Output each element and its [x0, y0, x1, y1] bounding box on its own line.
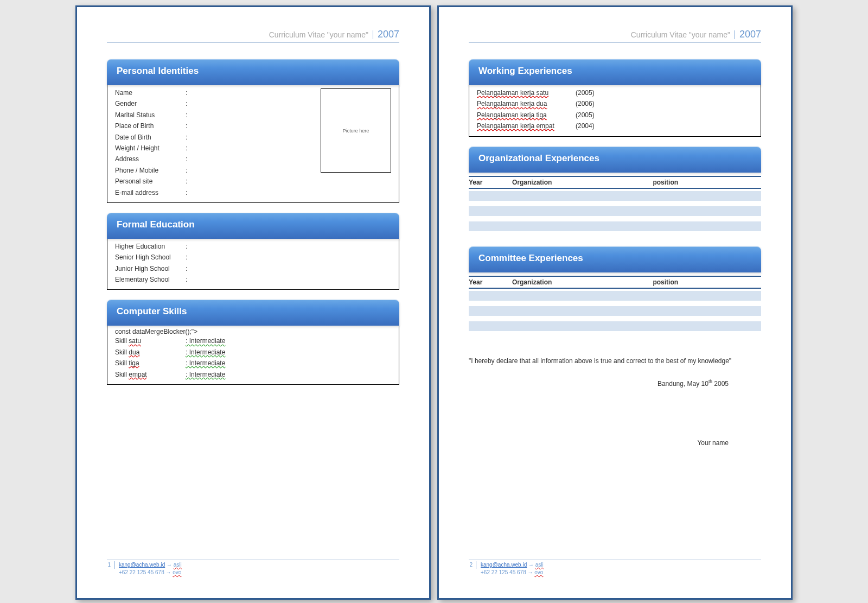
section-body-personal: Picture here Name: Gender: Marital Statu…: [107, 82, 399, 203]
skill-row: Skill satu : Intermediate: [115, 335, 391, 346]
field-row: Address:: [115, 154, 315, 164]
table-row: [469, 291, 761, 301]
work-row: Pelangalaman kerja dua(2006): [477, 98, 753, 109]
field-label: Elementary School: [115, 274, 186, 285]
picture-placeholder-label: Picture here: [343, 128, 369, 134]
field-label: Name: [115, 87, 186, 98]
signature-date: Bandung, May 10th 2005: [469, 379, 729, 388]
footer-phone: +62 22 125 45 678: [481, 569, 526, 575]
footer-phone: +62 22 125 45 678: [119, 569, 164, 575]
table-row: [469, 191, 761, 201]
section-body-working: Pelangalaman kerja satu(2005) Pelangalam…: [469, 82, 761, 137]
field-row: Name:: [115, 87, 315, 98]
footer-text: ovo: [534, 569, 543, 575]
section-working: Working Experiences Pelangalaman kerja s…: [469, 59, 761, 137]
col-org: Organization: [512, 278, 653, 286]
field-row: Marital Status:: [115, 110, 315, 120]
field-row: Personal site:: [115, 176, 391, 187]
table-row: [469, 321, 761, 331]
skill-row: Skill empat : Intermediate: [115, 369, 391, 380]
committee-table: Year Organization position: [469, 276, 761, 331]
header-title: Curriculum Vitae "your name": [631, 30, 735, 39]
field-label: Senior High School: [115, 252, 186, 263]
field-value: [193, 110, 315, 120]
field-row: Senior High School:: [115, 252, 391, 263]
field-value: [193, 154, 315, 164]
field-value: [193, 165, 315, 176]
header-year: 2007: [735, 29, 761, 40]
header-title: Curriculum Vitae "your name": [269, 30, 373, 39]
section-organizational: Organizational Experiences Year Organiza…: [469, 147, 761, 237]
field-row: Place of Birth:: [115, 120, 315, 131]
org-table: Year Organization position: [469, 176, 761, 231]
footer-email: kang@acha.web.id: [119, 562, 165, 568]
field-row: Elementary School:: [115, 274, 391, 285]
section-body-education: Higher Education: Senior High School: Ju…: [107, 236, 399, 290]
section-body-skills: const dataMergeBlocker();"> Skill satu :…: [107, 323, 399, 385]
skill-level: : Intermediate: [186, 369, 391, 380]
field-row: Junior High School:: [115, 263, 391, 274]
field-row: E-mail address:: [115, 187, 391, 198]
skill-name: Skill satu: [115, 335, 186, 346]
col-pos: position: [653, 179, 761, 186]
work-desc: Pelangalaman kerja satu: [477, 87, 569, 98]
footer-email: kang@acha.web.id: [481, 562, 527, 568]
skill-name: Skill tiga: [115, 358, 186, 369]
field-row: Phone / Mobile:: [115, 165, 315, 176]
section-heading-skills: Computer Skills: [107, 300, 399, 326]
field-row: Date of Birth:: [115, 132, 315, 143]
table-row: [469, 206, 761, 216]
work-year: (2005): [576, 87, 595, 98]
work-year: (2006): [576, 98, 595, 109]
section-heading-committee: Committee Experiences: [469, 246, 761, 272]
field-value: [193, 187, 391, 198]
skill-name: Skill dua: [115, 347, 186, 358]
table-row: [469, 306, 761, 316]
arrow-icon: →: [167, 562, 172, 568]
field-label: Personal site: [115, 176, 186, 187]
section-heading-personal: Personal Identities: [107, 59, 399, 85]
skill-level: : Intermediate: [186, 335, 391, 346]
work-year: (2004): [576, 120, 595, 131]
field-row: Weight / Height:: [115, 143, 315, 154]
skill-row: Skill tiga : Intermediate: [115, 358, 391, 369]
footer-text: asli: [535, 562, 544, 568]
col-year: Year: [469, 278, 512, 286]
field-row: Gender:: [115, 98, 315, 109]
skill-row: Skill dua : Intermediate: [115, 347, 391, 358]
footer-info: kang@acha.web.id → asli +62 22 125 45 67…: [119, 561, 182, 576]
signature-name: Your name: [469, 439, 729, 447]
section-heading-working: Working Experiences: [469, 59, 761, 85]
arrow-icon: →: [528, 562, 534, 568]
table-header-row: Year Organization position: [469, 276, 761, 289]
field-value: [193, 143, 315, 154]
page-number: 1: [107, 561, 114, 569]
field-label: Marital Status: [115, 110, 186, 120]
page-header: Curriculum Vitae "your name" 2007: [469, 29, 761, 43]
arrow-icon: →: [527, 569, 533, 575]
field-label: Gender: [115, 98, 186, 109]
col-pos: position: [653, 278, 761, 286]
col-year: Year: [469, 179, 512, 186]
declaration-text: "I hereby declare that all information a…: [469, 356, 761, 366]
field-value: [193, 120, 315, 131]
signature-block: Bandung, May 10th 2005 Your name: [469, 369, 761, 447]
field-value: [193, 98, 315, 109]
section-heading-organizational: Organizational Experiences: [469, 147, 761, 173]
field-value: [193, 132, 315, 143]
section-skills: Computer Skills const dataMergeBlocker()…: [107, 300, 399, 385]
field-label: Date of Birth: [115, 132, 186, 143]
field-row: Higher Education:: [115, 241, 391, 252]
work-row: Pelangalaman kerja tiga(2005): [477, 110, 753, 120]
work-desc: Pelangalaman kerja dua: [477, 98, 569, 109]
section-committee: Committee Experiences Year Organization …: [469, 246, 761, 337]
skill-name: Skill empat: [115, 369, 186, 380]
section-heading-education: Formal Education: [107, 213, 399, 239]
field-label: Address: [115, 154, 186, 164]
field-label: Phone / Mobile: [115, 165, 186, 176]
page-footer: 2 kang@acha.web.id → asli +62 22 125 45 …: [469, 560, 761, 576]
section-personal: Personal Identities Picture here Name: G…: [107, 59, 399, 203]
field-label: Higher Education: [115, 241, 186, 252]
page-header: Curriculum Vitae "your name" 2007: [107, 29, 399, 43]
page-1: Curriculum Vitae "your name" 2007 Person…: [75, 5, 431, 600]
